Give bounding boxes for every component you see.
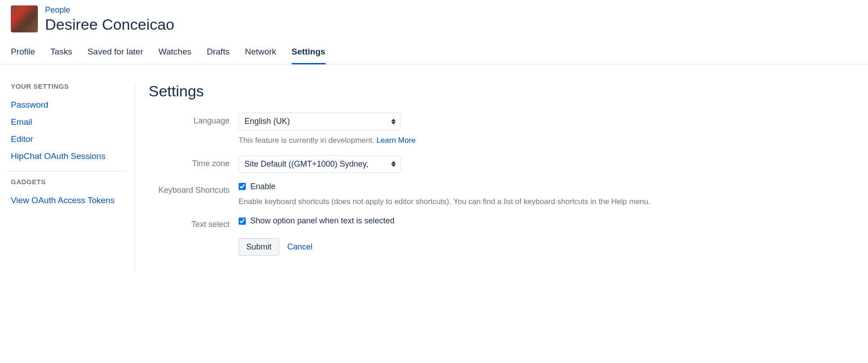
keyboard-shortcuts-help-text: Enable keyboard shortcuts (does not appl…	[239, 196, 854, 208]
learn-more-link[interactable]: Learn More	[376, 136, 416, 145]
label-actions-spacer	[149, 238, 239, 242]
content: YOUR SETTINGS Password Email Editor HipC…	[0, 64, 868, 272]
language-help-text: This feature is currently in development…	[239, 135, 854, 146]
tabs: Profile Tasks Saved for later Watches Dr…	[0, 33, 868, 64]
label-language: Language	[149, 113, 239, 126]
row-keyboard-shortcuts: Keyboard Shortcuts Enable Enable keyboar…	[149, 182, 854, 208]
main: Settings Language English (UK) This feat…	[135, 82, 868, 272]
select-arrows-icon	[391, 161, 396, 167]
sidebar-item-password[interactable]: Password	[6, 96, 126, 113]
user-name: Desiree Conceicao	[45, 16, 174, 33]
breadcrumb-people[interactable]: People	[45, 5, 174, 15]
sidebar: YOUR SETTINGS Password Email Editor HipC…	[0, 82, 135, 272]
sidebar-item-view-oauth-tokens[interactable]: View OAuth Access Tokens	[6, 192, 126, 209]
page-header: People Desiree Conceicao	[0, 0, 868, 33]
label-text-select: Text select	[149, 216, 239, 229]
sidebar-divider	[6, 171, 126, 172]
tab-network[interactable]: Network	[245, 47, 276, 64]
page-title: Settings	[149, 82, 854, 100]
label-timezone: Time zone	[149, 155, 239, 168]
timezone-select-value: Site Default ((GMT+1000) Sydney,	[244, 159, 368, 168]
row-actions: Submit Cancel	[149, 238, 854, 256]
cancel-link[interactable]: Cancel	[287, 242, 312, 252]
keyboard-shortcuts-checkbox[interactable]	[239, 183, 246, 190]
row-language: Language English (UK) This feature is cu…	[149, 113, 854, 146]
language-help-text-content: This feature is currently in development…	[239, 136, 376, 145]
language-select[interactable]: English (UK)	[239, 113, 401, 130]
tab-tasks[interactable]: Tasks	[50, 47, 72, 64]
tab-profile[interactable]: Profile	[11, 47, 35, 64]
text-select-checkbox-label: Show option panel when text is selected	[250, 216, 394, 226]
submit-button[interactable]: Submit	[239, 238, 279, 256]
tab-saved-for-later[interactable]: Saved for later	[87, 47, 143, 64]
text-select-checkbox[interactable]	[239, 218, 246, 225]
language-select-value: English (UK)	[244, 117, 290, 126]
tab-watches[interactable]: Watches	[158, 47, 191, 64]
select-arrows-icon	[391, 118, 396, 124]
sidebar-item-email[interactable]: Email	[6, 113, 126, 131]
sidebar-item-hipchat-oauth[interactable]: HipChat OAuth Sessions	[6, 148, 126, 165]
sidebar-item-editor[interactable]: Editor	[6, 131, 126, 148]
label-keyboard-shortcuts: Keyboard Shortcuts	[149, 182, 239, 195]
keyboard-shortcuts-checkbox-label: Enable	[250, 182, 276, 191]
header-text: People Desiree Conceicao	[45, 5, 174, 33]
sidebar-section-your-settings: YOUR SETTINGS	[6, 82, 126, 90]
avatar	[11, 5, 38, 32]
tab-drafts[interactable]: Drafts	[207, 47, 230, 64]
row-timezone: Time zone Site Default ((GMT+1000) Sydne…	[149, 155, 854, 173]
timezone-select[interactable]: Site Default ((GMT+1000) Sydney,	[239, 155, 401, 173]
tab-settings[interactable]: Settings	[292, 47, 326, 64]
row-text-select: Text select Show option panel when text …	[149, 216, 854, 229]
sidebar-section-gadgets: GADGETS	[6, 178, 126, 186]
